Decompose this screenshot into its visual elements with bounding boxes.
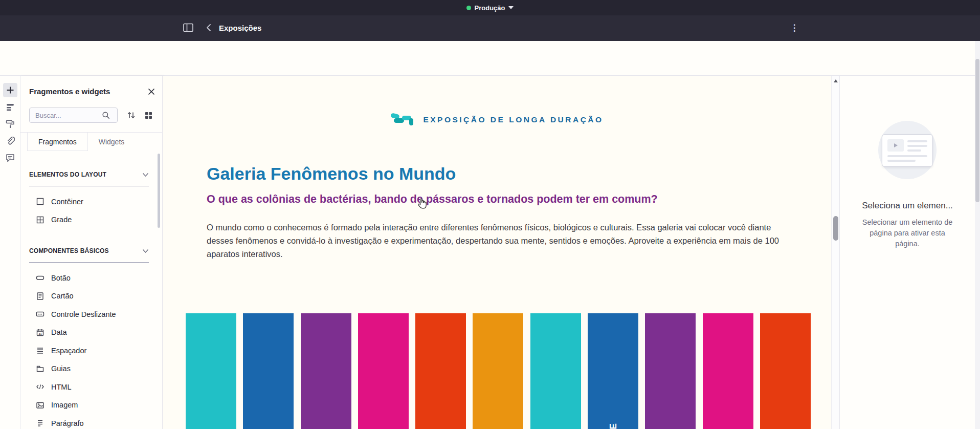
section-header[interactable]: ELEMENTOS DO LAYOUT [29,171,149,186]
fragment-item[interactable]: 31Data [36,324,149,342]
spacer-icon [36,346,44,355]
banner-bar[interactable]: O? [415,313,466,429]
fragment-item-label: Controle Deslizante [51,310,116,318]
section-title: ELEMENTOS DO LAYOUT [29,171,106,178]
environment-label: Produção [475,4,505,12]
page-canvas: EXPOSIÇÃO DE LONGA DURAÇÃO Galeria Fenôm… [163,76,831,429]
exhibition-logo[interactable]: EXPOSIÇÃO DE LONGA DURAÇÃO [163,112,831,128]
fragments-widgets-panel: Fragmentos e widgets Fragmentos Widgets … [20,76,163,429]
fragment-item[interactable]: Parágrafo [36,414,149,429]
panel-tabs: Fragmentos Widgets [20,132,162,151]
fragment-item[interactable]: Imagem [36,396,149,415]
banner-bar[interactable] [358,313,409,429]
empty-state-description: Selecionar um elemento de página para at… [857,217,958,249]
panel-title: Fragmentos e widgets [29,87,110,96]
environment-selector[interactable]: Produção [466,4,514,12]
close-icon [148,88,155,95]
structure-icon [6,103,15,111]
chevron-down-icon [508,6,514,9]
fragment-search [29,108,118,123]
banner-bar[interactable]: RES [530,313,581,429]
fragments-widgets-rail-button[interactable] [3,83,17,97]
environment-status-dot [466,6,471,10]
canvas-scrollbar-thumb[interactable] [833,216,838,241]
section-title: COMPONENTES BÁSICOS [29,247,109,254]
editor-toolbar: Experiência Default [0,41,980,76]
paperclip-icon [6,136,15,145]
fragment-item[interactable]: Guias [36,360,149,378]
paragraph-icon [36,419,44,427]
linked-content-rail-button[interactable] [3,134,17,148]
close-panel-button[interactable] [148,88,155,95]
fragment-item[interactable]: HTML [36,378,149,396]
page-scrollbar-thumb[interactable] [975,59,979,202]
gallery-paragraph[interactable]: O mundo como o conhecemos é formado pela… [207,221,787,261]
page-title: Exposições [219,24,261,32]
sort-button[interactable] [125,109,138,122]
color-bars-banner: ENTEO?RESM INSTANTEDENTETAQUIDO [186,313,811,429]
gallery-subheading[interactable]: O que as colônias de bactérias, bando de… [207,193,658,206]
comment-icon [6,154,15,162]
card-view-button[interactable] [142,109,155,122]
canvas-scrollbar[interactable] [831,76,839,429]
banner-bar[interactable] [473,313,523,429]
panel-scrollbar-thumb[interactable] [158,154,160,228]
chevron-down-icon [142,249,149,253]
fragment-item-label: Data [51,328,67,336]
banner-bar[interactable] [301,313,351,429]
fragment-item-label: Guias [51,364,71,373]
back-button[interactable] [205,24,212,32]
gallery-heading[interactable]: Galeria Fenômenos no Mundo [207,164,456,184]
selection-panel: Seleciona um elemen... Selecionar um ele… [839,76,975,429]
date-icon: 31 [36,328,44,337]
banner-bar[interactable] [186,313,236,429]
comments-rail-button[interactable] [3,151,17,165]
paint-roller-icon [6,119,15,128]
fragment-section: COMPONENTES BÁSICOSBotãoCartãoControle D… [29,247,149,429]
empty-state-title: Seleciona um elemen... [840,201,975,211]
scroll-up-arrow[interactable] [834,79,838,82]
slider-icon [36,310,44,318]
fragment-item[interactable]: Botão [36,269,149,287]
banner-bar[interactable]: M INSTANTE [588,313,638,429]
section-header[interactable]: COMPONENTES BÁSICOS [29,247,149,263]
editor-side-rail [0,76,20,429]
empty-state-illustration [878,121,937,179]
banner-bar[interactable] [703,313,753,429]
tabs-icon [36,364,44,373]
play-icon [894,143,898,147]
sort-arrows-icon [127,111,136,119]
tab-fragmentos[interactable]: Fragmentos [27,133,88,151]
control-bar: Produção [0,0,980,15]
banner-bar[interactable]: DENTETA [645,313,696,429]
grid-view-icon [145,112,152,119]
chevron-down-icon [142,173,149,177]
fragment-item[interactable]: Controle Deslizante [36,305,149,324]
search-input[interactable] [35,112,102,119]
exhibition-logo-icon [391,112,416,128]
page-scrollbar[interactable] [975,41,980,429]
plus-icon [6,86,14,94]
fragment-item[interactable]: Espaçador [36,341,149,360]
look-and-feel-rail-button[interactable] [3,117,17,131]
fragment-item[interactable]: Contêiner [36,192,149,211]
fragment-sections: ELEMENTOS DO LAYOUTContêinerGradeCOMPONE… [29,153,149,429]
fragment-item-label: Cartão [51,292,74,300]
fragment-item-label: Grade [51,216,72,224]
grid-icon [36,216,44,224]
search-icon[interactable] [102,111,110,119]
page-editor: Produção Exposições ⋮ Experiência Defaul… [0,0,980,429]
sidebar-toggle-button[interactable] [183,23,193,32]
fragment-item[interactable]: Grade [36,211,149,229]
exhibition-logo-text: EXPOSIÇÃO DE LONGA DURAÇÃO [423,115,603,124]
button-icon [36,273,44,282]
tab-widgets[interactable]: Widgets [88,133,136,151]
manage-bar: Exposições ⋮ [0,15,980,41]
kebab-menu-button[interactable]: ⋮ [789,23,799,34]
fragment-item[interactable]: Cartão [36,287,149,306]
fragment-item-label: Botão [51,274,71,282]
fragment-item-label: Parágrafo [51,419,84,427]
banner-bar[interactable]: ENTE [243,313,294,429]
banner-bar[interactable]: QUIDO [760,313,811,429]
page-structure-rail-button[interactable] [3,100,17,114]
